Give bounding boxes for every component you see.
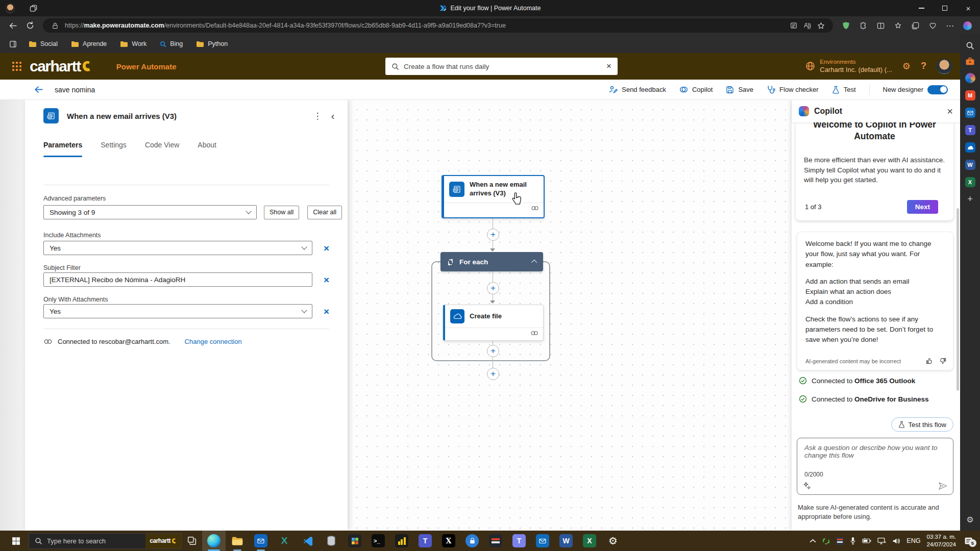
refresh-icon[interactable] xyxy=(22,18,38,33)
toggle-on[interactable] xyxy=(927,85,948,94)
address-bar[interactable]: https://make.powerautomate.com/environme… xyxy=(43,18,833,33)
taskbar-edge-icon[interactable] xyxy=(202,531,226,551)
microsoft365-icon[interactable]: M xyxy=(965,90,975,101)
taskbar-search-box[interactable]: carhartt xyxy=(29,533,182,549)
favorite-star-icon[interactable] xyxy=(814,22,828,30)
flow-checker-button[interactable]: Flow checker xyxy=(767,85,819,94)
show-all-button[interactable]: Show all xyxy=(264,206,299,219)
thumbs-up-icon[interactable] xyxy=(925,357,933,365)
excel-app-icon[interactable]: X xyxy=(965,177,975,187)
taskbar-photos-icon[interactable] xyxy=(343,531,366,551)
example-suggestion[interactable]: Add a condition xyxy=(805,297,945,307)
scrollbar-thumb[interactable] xyxy=(957,208,959,391)
app-launcher-waffle-icon[interactable] xyxy=(12,62,21,71)
foreach-node[interactable]: For each xyxy=(440,252,543,271)
url-text[interactable]: https://make.powerautomate.com/environme… xyxy=(65,22,787,29)
test-button[interactable]: Test xyxy=(832,86,856,94)
taskbar-search-input[interactable] xyxy=(47,537,145,545)
split-screen-icon[interactable] xyxy=(873,18,888,33)
adblock-shield-icon[interactable] xyxy=(838,18,853,33)
clock[interactable]: 03:37 a. m. 24/07/2024 xyxy=(926,533,956,548)
copilot-prompt-input[interactable] xyxy=(797,438,953,467)
taskbar-settings-icon[interactable]: ⚙ xyxy=(601,531,625,551)
back-icon[interactable] xyxy=(5,18,20,33)
subject-filter-input[interactable]: [EXTERNAL] Recibo de Nómina - AdagioRH xyxy=(43,272,312,287)
user-avatar[interactable] xyxy=(937,59,952,74)
send-icon[interactable] xyxy=(938,482,947,490)
network-display-icon[interactable] xyxy=(877,537,886,544)
tray-voicemeeter-icon[interactable] xyxy=(836,537,844,545)
battery-icon[interactable] xyxy=(862,538,871,544)
tab-about[interactable]: About xyxy=(198,141,216,154)
bookmark-folder-social[interactable]: Social xyxy=(23,38,63,49)
remove-field-icon[interactable]: × xyxy=(324,275,329,285)
insert-action-button[interactable]: + xyxy=(487,368,499,380)
browser-essentials-icon[interactable] xyxy=(925,18,940,33)
read-aloud-icon[interactable]: A)) xyxy=(800,22,814,29)
trigger-node-when-new-email-arrives[interactable]: When a new email arrives (V3) xyxy=(442,175,545,218)
taskbar-dbeaver-icon[interactable] xyxy=(320,531,343,551)
maximize-button[interactable] xyxy=(933,0,957,16)
taskbar-word-icon[interactable]: W xyxy=(554,531,578,551)
taskbar-store-icon[interactable] xyxy=(460,531,484,551)
add-sidebar-app-icon[interactable]: + xyxy=(967,194,973,204)
browser-settings-icon[interactable]: ⋯ xyxy=(942,18,958,33)
language-indicator[interactable]: ENG xyxy=(906,537,920,544)
new-designer-toggle[interactable]: New designer xyxy=(883,85,948,94)
bookmark-folder-aprende[interactable]: Aprende xyxy=(66,38,112,49)
environment-picker[interactable]: Environments Carhartt Inc. (default) (..… xyxy=(805,58,892,74)
minimize-button[interactable] xyxy=(910,0,933,16)
create-file-node[interactable]: Create file xyxy=(443,305,544,341)
taskbar-power-bi-icon[interactable] xyxy=(390,531,413,551)
notification-center-icon[interactable]: 5 xyxy=(964,537,973,545)
extensions-puzzle-icon[interactable] xyxy=(855,18,871,33)
edge-copilot-icon[interactable] xyxy=(960,18,975,33)
taskbar-file-explorer-icon[interactable] xyxy=(226,531,249,551)
taskbar-outlook-new-icon[interactable] xyxy=(531,531,554,551)
insert-action-button[interactable]: + xyxy=(487,229,499,241)
tab-settings[interactable]: Settings xyxy=(101,141,127,154)
workspaces-briefcase-icon[interactable] xyxy=(965,57,975,66)
advanced-parameters-dropdown[interactable]: Showing 3 of 9 xyxy=(43,205,257,219)
pa-search-input[interactable] xyxy=(404,63,602,70)
insert-action-button[interactable]: + xyxy=(487,345,499,357)
insert-action-button[interactable]: + xyxy=(487,282,499,294)
taskbar-visual-studio-icon[interactable]: X xyxy=(273,531,296,551)
taskbar-vscode-icon[interactable] xyxy=(296,531,320,551)
tray-chevron-up-icon[interactable] xyxy=(810,539,816,543)
save-button[interactable]: Save xyxy=(726,86,753,94)
only-with-attachments-dropdown[interactable]: Yes xyxy=(43,304,312,318)
copilot-app-icon[interactable] xyxy=(965,73,975,83)
clear-search-icon[interactable]: × xyxy=(606,61,611,71)
taskbar-x-app-icon[interactable]: X xyxy=(437,531,460,551)
close-button[interactable]: × xyxy=(957,0,980,16)
next-button[interactable]: Next xyxy=(907,200,938,214)
pa-search-box[interactable]: × xyxy=(385,58,618,75)
close-panel-icon[interactable]: × xyxy=(947,106,953,116)
bookmark-folder-python[interactable]: Python xyxy=(191,38,233,49)
taskbar-outlook-icon[interactable] xyxy=(249,531,273,551)
sparkle-icon[interactable] xyxy=(803,482,811,490)
sidebar-panel-icon[interactable] xyxy=(5,37,20,51)
thumbs-down-icon[interactable] xyxy=(939,357,947,365)
sidebar-settings-icon[interactable]: ⚙ xyxy=(966,515,973,524)
taskbar-teams-classic-icon[interactable]: T xyxy=(507,531,531,551)
task-view-icon[interactable] xyxy=(182,531,202,551)
tab-code-view[interactable]: Code View xyxy=(145,141,179,154)
taskbar-excel-icon[interactable]: X xyxy=(578,531,601,551)
help-icon[interactable]: ? xyxy=(921,61,926,71)
clear-all-button[interactable]: Clear all xyxy=(307,206,342,219)
reading-mode-icon[interactable] xyxy=(787,22,800,29)
tab-parameters[interactable]: Parameters xyxy=(43,141,82,154)
collapse-chevron-icon[interactable] xyxy=(531,260,537,265)
test-this-flow-button[interactable]: Test this flow xyxy=(891,417,953,432)
copilot-prompt-box[interactable]: 0/2000 xyxy=(797,438,953,495)
remove-field-icon[interactable]: × xyxy=(324,243,329,253)
settings-gear-icon[interactable]: ⚙ xyxy=(902,61,911,72)
onedrive-app-icon[interactable] xyxy=(965,142,975,153)
browser-profile-avatar[interactable] xyxy=(5,3,15,13)
taskbar-teams-icon[interactable]: T xyxy=(413,531,437,551)
taskbar-terminal-icon[interactable]: >_ xyxy=(366,531,390,551)
bookmark-folder-work[interactable]: Work xyxy=(115,38,152,49)
word-app-icon[interactable]: W xyxy=(965,160,975,170)
